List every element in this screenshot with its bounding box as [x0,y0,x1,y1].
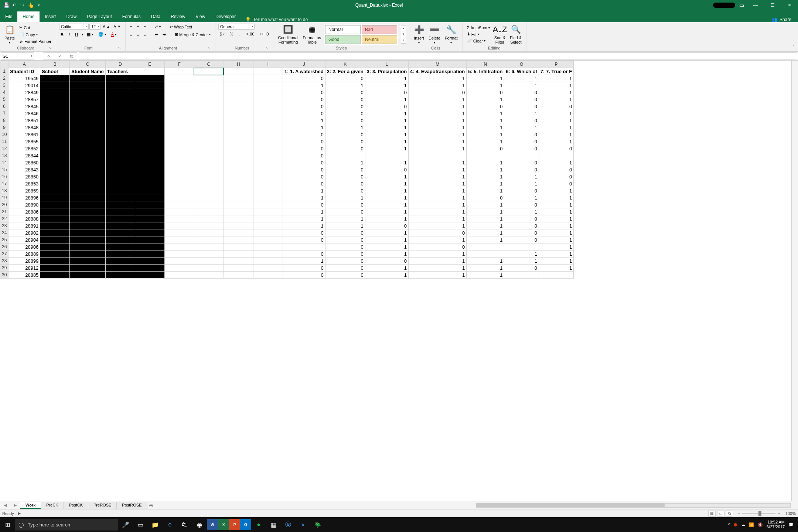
row-header-2[interactable]: 2 [0,75,8,82]
name-box[interactable]: G1▾ [1,52,34,59]
col-header-F[interactable]: F [164,61,194,68]
cell-D6[interactable] [105,103,135,110]
store-icon[interactable]: 🛍 [177,517,192,532]
cell-F22[interactable] [164,215,194,222]
cell-D25[interactable] [105,236,135,243]
cell-M12[interactable]: 1 [409,145,467,152]
cell-B19[interactable] [40,194,70,201]
cell-C26[interactable] [70,243,105,250]
cell-P6[interactable]: 0 [539,103,573,110]
clock[interactable]: 10:52 AM 6/27/2017 [767,520,785,529]
cell-B5[interactable] [40,96,70,103]
cell-N27[interactable] [467,250,504,258]
cell-K24[interactable]: 0 [325,229,365,236]
cell-F7[interactable] [164,110,194,117]
cell-L29[interactable]: 1 [365,265,408,272]
cell-I21[interactable] [253,208,283,215]
cell-M30[interactable]: 1 [409,272,467,279]
cell-G21[interactable] [194,208,224,215]
notifications-icon[interactable]: 💬 [788,522,794,527]
cell-L13[interactable] [365,152,408,159]
cell-K13[interactable] [325,152,365,159]
cell-B26[interactable] [40,243,70,250]
cell-B16[interactable] [40,173,70,180]
cell-H18[interactable] [224,187,253,194]
cell-K22[interactable]: 1 [325,215,365,222]
cell-N12[interactable]: 0 [467,145,504,152]
cell-J10[interactable]: 0 [283,131,325,138]
cell-E16[interactable] [135,173,164,180]
cell-P27[interactable]: 1 [539,250,573,258]
cell-I15[interactable] [253,166,283,173]
cell-M17[interactable]: 1 [409,180,467,187]
cell-L20[interactable]: 1 [365,201,408,208]
select-all-corner[interactable] [0,61,8,68]
formula-bar-input[interactable] [79,52,797,59]
sheet-tab-postck[interactable]: PostCK [64,502,88,509]
cell-K6[interactable]: 0 [325,103,365,110]
col-header-H[interactable]: H [224,61,253,68]
col-header-E[interactable]: E [135,61,164,68]
cell-E8[interactable] [135,117,164,124]
cell-P23[interactable]: 1 [539,222,573,229]
row-header-9[interactable]: 9 [0,124,8,131]
maximize-button[interactable]: ☐ [764,0,781,10]
cell-D14[interactable] [105,159,135,166]
cell-P3[interactable]: 1 [539,82,573,89]
chrome-icon[interactable]: ◉ [192,517,207,532]
cell-J27[interactable]: 0 [283,250,325,258]
cell-B6[interactable] [40,103,70,110]
cell-L18[interactable]: 1 [365,187,408,194]
macro-icon[interactable]: ▶ [18,511,21,516]
cell-F6[interactable] [164,103,194,110]
cell-K11[interactable]: 0 [325,138,365,145]
cell-M18[interactable]: 1 [409,187,467,194]
cell-I25[interactable] [253,236,283,243]
cell-C11[interactable] [70,138,105,145]
cell-G12[interactable] [194,145,224,152]
cell-H24[interactable] [224,229,253,236]
cancel-icon[interactable]: ✕ [45,54,52,58]
underline-button[interactable]: U [74,32,79,38]
office-icon[interactable]: ⬢ [734,522,737,527]
style-bad[interactable]: Bad [362,25,397,34]
cell-C4[interactable] [70,89,105,96]
format-painter-button[interactable]: 🖌Format Painter [18,38,53,44]
row-header-10[interactable]: 10 [0,131,8,138]
cell-O16[interactable]: 1 [504,173,539,180]
cell-M28[interactable]: 1 [409,258,467,265]
cell-O23[interactable]: 0 [504,222,539,229]
cell-F23[interactable] [164,222,194,229]
cell-E19[interactable] [135,194,164,201]
cell-E20[interactable] [135,201,164,208]
cell-E4[interactable] [135,89,164,96]
cell-G27[interactable] [194,250,224,258]
fx-icon[interactable]: fx [68,54,75,58]
cell-J29[interactable]: 0 [283,265,325,272]
cell-D4[interactable] [105,89,135,96]
increase-indent-icon[interactable]: ⇥ [161,31,167,38]
cell-I4[interactable] [253,89,283,96]
cell-G28[interactable] [194,258,224,265]
cell-F16[interactable] [164,173,194,180]
cell-J24[interactable]: 0 [283,229,325,236]
cell-B15[interactable] [40,166,70,173]
cell-E2[interactable] [135,75,164,82]
cell-P13[interactable] [539,152,573,159]
cell-L24[interactable]: 1 [365,229,408,236]
col-header-L[interactable]: L [365,61,408,68]
cell-N7[interactable]: 1 [467,110,504,117]
cell-C6[interactable] [70,103,105,110]
row-header-30[interactable]: 30 [0,272,8,279]
cell-A23[interactable]: 28891 [8,222,40,229]
cell-K15[interactable]: 0 [325,166,365,173]
row-header-26[interactable]: 26 [0,243,8,250]
cut-button[interactable]: ✂Cut [18,24,53,31]
cell-N16[interactable]: 1 [467,173,504,180]
cell-L6[interactable]: 0 [365,103,408,110]
cell-N1[interactable]: 5: 5. Infiltration [467,68,504,75]
cell-E10[interactable] [135,131,164,138]
cell-C21[interactable] [70,208,105,215]
cell-F10[interactable] [164,131,194,138]
cell-F14[interactable] [164,159,194,166]
